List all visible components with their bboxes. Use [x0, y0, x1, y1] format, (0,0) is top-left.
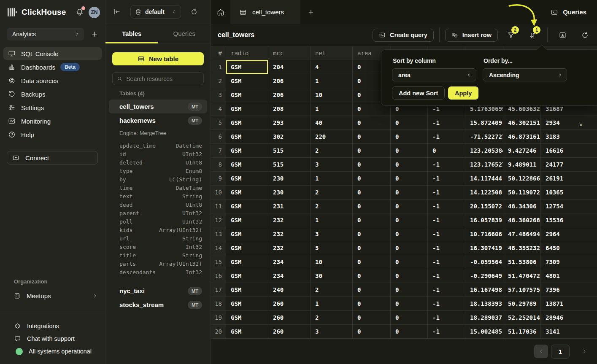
grid-cell[interactable]: 15536 — [541, 213, 597, 227]
sidebar-item-sql-console[interactable]: SQL Console — [3, 47, 102, 60]
grid-cell[interactable]: -1 — [428, 130, 465, 144]
grid-cell[interactable]: 3 — [311, 227, 353, 241]
grid-cell[interactable]: 206 — [268, 88, 311, 102]
grid-cell[interactable]: 30 — [311, 269, 353, 283]
add-workspace-button[interactable] — [91, 30, 98, 38]
grid-cell[interactable]: GSM — [226, 255, 268, 269]
grid-cell[interactable]: 0 — [391, 158, 428, 172]
footer-item-all-systems-operational[interactable]: All systems operational — [14, 345, 101, 358]
grid-cell[interactable]: GSM — [226, 213, 268, 227]
grid-cell[interactable]: 0 — [391, 255, 428, 269]
grid-cell[interactable]: -1 — [428, 186, 465, 200]
grid-cell[interactable]: 0 — [391, 130, 428, 144]
row-number-cell[interactable]: 8 — [211, 158, 226, 172]
grid-cell[interactable]: 2 — [311, 283, 353, 297]
grid-cell[interactable]: -1 — [428, 283, 465, 297]
grid-cell[interactable]: 0 — [391, 116, 428, 130]
grid-cell[interactable]: 230 — [268, 172, 311, 186]
grid-cell[interactable]: 0 — [391, 172, 428, 186]
row-number-cell[interactable]: 3 — [211, 88, 226, 102]
grid-cell[interactable]: 0 — [353, 130, 391, 144]
grid-cell[interactable]: -1 — [428, 241, 465, 255]
grid-cell[interactable]: 220 — [311, 130, 353, 144]
row-number-cell[interactable]: 10 — [211, 186, 226, 200]
grid-cell[interactable]: 0 — [391, 283, 428, 297]
row-number-cell[interactable]: 15 — [211, 255, 226, 269]
grid-cell[interactable]: -71.522727 — [465, 130, 503, 144]
footer-item-chat-with-support[interactable]: Chat with support — [14, 332, 101, 345]
grid-cell[interactable]: 46.873161 — [503, 130, 541, 144]
home-tab-button[interactable] — [211, 0, 231, 24]
remove-sort-button[interactable]: × — [576, 120, 586, 129]
grid-cell[interactable]: 0 — [353, 325, 391, 339]
grid-cell[interactable]: GSM — [226, 227, 268, 241]
sidebar-item-data-sources[interactable]: Data sources — [3, 74, 102, 87]
grid-cell[interactable]: 10.716606 — [465, 227, 503, 241]
refresh-tables-icon[interactable] — [190, 8, 198, 16]
sidebar-item-backups[interactable]: Backups — [3, 88, 102, 100]
grid-cell[interactable]: -1 — [428, 269, 465, 283]
grid-cell[interactable]: 20.155072 — [465, 200, 503, 213]
grid-cell[interactable]: 3183 — [541, 130, 597, 144]
sidebar-item-dashboards[interactable]: DashboardsBeta — [3, 61, 102, 73]
create-query-button[interactable]: Create query — [373, 29, 434, 42]
grid-cell[interactable]: -1 — [428, 325, 465, 339]
grid-cell[interactable]: 12754 — [541, 200, 597, 213]
grid-cell[interactable]: 3 — [311, 325, 353, 339]
row-number-cell[interactable]: 13 — [211, 227, 226, 241]
grid-cell[interactable]: 0 — [391, 200, 428, 213]
grid-cell[interactable]: 2934 — [541, 116, 597, 130]
grid-cell[interactable]: 0 — [391, 213, 428, 227]
grid-cell[interactable]: 2 — [311, 311, 353, 325]
grid-cell[interactable]: GSM — [226, 200, 268, 213]
grid-cell[interactable]: GSM — [226, 311, 268, 325]
grid-cell[interactable]: 2 — [311, 186, 353, 200]
table-list-item-cell_towers[interactable]: cell_towersMT — [109, 100, 207, 113]
grid-cell[interactable]: 123.205384 — [465, 144, 503, 158]
grid-cell[interactable]: 26191 — [541, 172, 597, 186]
grid-cell[interactable]: 1 — [311, 213, 353, 227]
grid-column-header[interactable]: mcc — [268, 46, 311, 60]
grid-cell[interactable]: GSM — [226, 186, 268, 200]
next-page-button[interactable] — [577, 345, 591, 358]
row-number-cell[interactable]: 7 — [211, 144, 226, 158]
sort-column-select[interactable]: area — [392, 68, 476, 81]
grid-cell[interactable]: GSM — [226, 283, 268, 297]
grid-cell[interactable]: 0 — [353, 283, 391, 297]
grid-cell[interactable]: 0 — [353, 213, 391, 227]
grid-cell[interactable]: -1 — [428, 200, 465, 213]
grid-cell[interactable]: 0 — [353, 269, 391, 283]
new-tab-button[interactable] — [300, 0, 321, 24]
grid-cell[interactable]: GSM — [226, 144, 268, 158]
grid-cell[interactable]: 0 — [391, 144, 428, 158]
grid-cell[interactable]: 18.289037 — [465, 311, 503, 325]
grid-cell[interactable]: 16.167498 — [465, 283, 503, 297]
grid-column-header[interactable]: # — [211, 46, 226, 60]
grid-cell[interactable]: GSM — [226, 74, 268, 88]
grid-cell[interactable]: GSM — [226, 130, 268, 144]
grid-cell[interactable]: 57.107575 — [503, 283, 541, 297]
row-number-cell[interactable]: 18 — [211, 297, 226, 311]
grid-cell[interactable]: 3 — [311, 158, 353, 172]
grid-cell[interactable]: 0 — [353, 200, 391, 213]
grid-cell[interactable]: GSM — [226, 60, 268, 74]
grid-cell[interactable]: 204 — [268, 60, 311, 74]
grid-cell[interactable]: -1 — [428, 213, 465, 227]
connect-button[interactable]: Connect — [7, 151, 98, 164]
database-select[interactable]: default — [130, 5, 181, 19]
grid-cell[interactable]: 0 — [428, 144, 465, 158]
grid-cell[interactable]: 52.252014 — [503, 311, 541, 325]
grid-cell[interactable]: -1 — [428, 297, 465, 311]
order-by-select[interactable]: Ascending — [483, 68, 567, 81]
grid-cell[interactable]: 0 — [391, 186, 428, 200]
grid-cell[interactable]: 0 — [353, 255, 391, 269]
previous-page-button[interactable] — [534, 345, 548, 358]
row-number-cell[interactable]: 11 — [211, 200, 226, 213]
grid-cell[interactable]: 232 — [268, 241, 311, 255]
tab-tables[interactable]: Tables — [105, 24, 158, 43]
grid-cell[interactable]: -1 — [428, 116, 465, 130]
apply-sort-button[interactable]: Apply — [448, 86, 478, 100]
grid-cell[interactable]: 51.17036 — [503, 325, 541, 339]
grid-cell[interactable]: 1 — [311, 102, 353, 116]
grid-cell[interactable]: 15.002485 — [465, 325, 503, 339]
